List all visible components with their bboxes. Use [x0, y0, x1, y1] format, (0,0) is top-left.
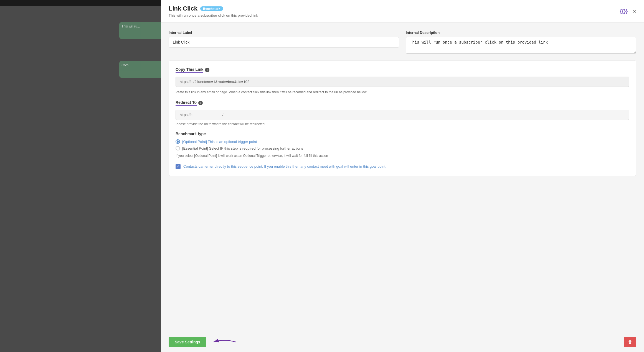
internal-description-textarea[interactable]: This will run once a subscriber click on…	[406, 37, 636, 54]
radio-essential-item[interactable]: [Essential Point] Select IF this step is…	[176, 146, 629, 150]
radio-essential-label: [Essential Point] Select IF this step is…	[182, 146, 303, 150]
radio-hint: If you select [Optional Point] it will w…	[176, 153, 629, 158]
background-panel: This will ru... Com...	[0, 0, 161, 352]
close-button[interactable]: ×	[633, 8, 636, 14]
arrow-annotation	[211, 336, 239, 348]
top-bar	[0, 0, 161, 6]
redirect-info-icon[interactable]: i	[198, 101, 203, 105]
form-top-row: Internal Label Internal Description This…	[169, 31, 636, 54]
internal-description-group: Internal Description This will run once …	[406, 31, 636, 54]
code-icon[interactable]: {{}}	[620, 8, 628, 14]
redirect-label: Redirect To	[176, 100, 197, 106]
delete-button[interactable]: 🗑	[624, 337, 636, 347]
inner-card: Copy This Link i https://c /?fluentcrm=1…	[169, 60, 636, 176]
modal-title-row: Link Click Benchmark	[169, 5, 258, 12]
modal-footer: Save Settings 🗑	[161, 332, 644, 352]
footer-left: Save Settings	[169, 336, 239, 348]
redirect-hint: Please provide the url to where the cont…	[176, 122, 629, 126]
modal-subtitle: This will run once a subscriber click on…	[169, 13, 258, 17]
redirect-section-header: Redirect To i	[176, 100, 629, 106]
arrow-svg	[211, 336, 239, 348]
checkbox-box[interactable]: ✓	[176, 164, 181, 169]
internal-label-input[interactable]	[169, 37, 399, 47]
benchmark-badge: Benchmark	[200, 6, 223, 11]
radio-optional-circle[interactable]	[176, 139, 180, 144]
checkbox-label: Contacts can enter directly to this sequ…	[183, 164, 386, 169]
copy-link-label: Copy This Link	[176, 67, 203, 73]
checkbox-check: ✓	[177, 165, 179, 169]
copy-link-value: https://c /?fluentcrm=1&route=bnu&aid=10…	[176, 77, 629, 87]
modal: Link Click Benchmark This will run once …	[161, 0, 644, 352]
radio-optional-label: [Optional Point] This is an optional tri…	[182, 140, 257, 144]
internal-label-heading: Internal Label	[169, 31, 399, 35]
modal-title: Link Click	[169, 5, 197, 12]
radio-optional-item[interactable]: [Optional Point] This is an optional tri…	[176, 139, 629, 144]
radio-group: [Optional Point] This is an optional tri…	[176, 139, 629, 150]
checkbox-row[interactable]: ✓ Contacts can enter directly to this se…	[176, 164, 629, 169]
copy-link-section-header: Copy This Link i	[176, 67, 629, 73]
internal-label-group: Internal Label	[169, 31, 399, 54]
internal-description-heading: Internal Description	[406, 31, 636, 35]
modal-body: Internal Label Internal Description This…	[161, 23, 644, 332]
modal-header: Link Click Benchmark This will run once …	[161, 0, 644, 23]
modal-header-right: {{}} ×	[620, 8, 636, 14]
benchmark-type-label: Benchmark type	[176, 132, 629, 136]
redirect-input[interactable]	[176, 110, 629, 120]
modal-header-left: Link Click Benchmark This will run once …	[169, 5, 258, 17]
paste-hint: Paste this link in any email or page. Wh…	[176, 90, 629, 95]
save-button[interactable]: Save Settings	[169, 337, 206, 347]
copy-link-info-icon[interactable]: i	[205, 68, 209, 72]
radio-essential-circle[interactable]	[176, 146, 180, 150]
